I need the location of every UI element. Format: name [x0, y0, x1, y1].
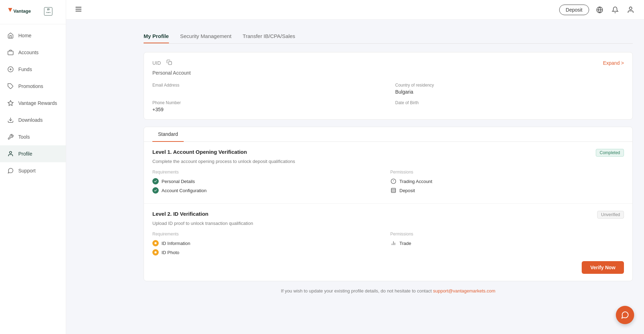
check-circle-config — [152, 187, 159, 194]
level2-header: Level 2. ID Verification Unverified — [152, 211, 624, 219]
phone-label: Phone Number — [152, 100, 381, 105]
level2-perm-title: Permissions — [390, 232, 624, 237]
svg-text:15: 15 — [47, 8, 50, 11]
sidebar-item-promotions-label: Promotions — [18, 83, 43, 89]
sidebar-item-vantage-rewards[interactable]: Vantage Rewards — [0, 95, 66, 112]
sidebar-item-tools[interactable]: Tools — [0, 128, 66, 145]
header: Deposit — [66, 0, 644, 20]
svg-marker-10 — [8, 101, 13, 106]
level2-section: Level 2. ID Verification Unverified Uplo… — [144, 204, 632, 281]
sidebar-item-support[interactable]: Support — [0, 162, 66, 179]
account-info-grid: Email Address Country of residency Bulga… — [152, 83, 624, 112]
dob-label: Date of Birth — [395, 100, 624, 105]
verification-card: Standard Level 1. Account Opening Verifi… — [144, 127, 633, 281]
uid-label: UID — [152, 60, 161, 66]
country-field: Country of residency Bulgaria — [395, 83, 624, 95]
trading-account-icon — [390, 178, 397, 184]
sidebar-nav: Home Accounts Funds Promotions Vantage R… — [0, 24, 66, 334]
sidebar-item-funds-label: Funds — [18, 67, 32, 72]
promotions-icon — [7, 83, 14, 90]
sidebar-item-downloads[interactable]: Downloads — [0, 112, 66, 128]
level2-status-badge: Unverified — [597, 211, 624, 219]
country-label: Country of residency — [395, 83, 624, 88]
sidebar-item-funds[interactable]: Funds — [0, 61, 66, 78]
req-account-config: Account Configuration — [152, 187, 386, 194]
copy-icon[interactable] — [166, 59, 172, 67]
profile-tabs: My Profile Security Management Transfer … — [144, 30, 633, 44]
sidebar-item-downloads-label: Downloads — [18, 117, 43, 123]
req-id-info: ID Information — [152, 240, 386, 246]
expand-link[interactable]: Expand > — [603, 60, 624, 66]
level2-req-perm: Requirements ID Information ID Photo — [152, 232, 624, 258]
req-personal-details-label: Personal Details — [162, 179, 195, 184]
footer-email[interactable]: support@vantagemarkets.com — [433, 288, 495, 294]
tab-security-management[interactable]: Security Management — [180, 30, 232, 43]
uid-left: UID — [152, 59, 172, 67]
tools-icon — [7, 133, 14, 140]
account-type: Personal Account — [152, 70, 624, 76]
hamburger-button[interactable] — [75, 5, 82, 14]
perm-trade: Trade — [390, 240, 624, 246]
svg-rect-5 — [8, 51, 13, 55]
sidebar-item-profile[interactable]: Profile — [0, 145, 66, 162]
check-circle-personal — [152, 178, 159, 184]
perm-trade-label: Trade — [399, 241, 411, 246]
profile-icon — [7, 150, 14, 157]
level1-header: Level 1. Account Opening Verification Co… — [152, 149, 624, 157]
level2-title: Level 2. ID Verification — [152, 211, 208, 217]
account-info-card: UID Expand > Personal Account Email Addr… — [144, 52, 633, 120]
level2-desc: Upload ID proof to unlock transaction qu… — [152, 221, 624, 226]
svg-rect-19 — [169, 62, 172, 65]
chat-fab-button[interactable] — [616, 306, 634, 324]
sidebar: Vantage 15 YEARS Home Accounts Funds — [0, 0, 66, 334]
sidebar-item-profile-label: Profile — [18, 151, 32, 157]
standard-tab[interactable]: Standard — [152, 127, 184, 142]
pending-circle-id-info — [152, 240, 159, 246]
footer-note: If you wish to update your existing prof… — [144, 288, 633, 294]
notifications-icon[interactable] — [610, 5, 620, 15]
verify-now-button[interactable]: Verify Now — [582, 261, 624, 274]
svg-rect-23 — [391, 188, 396, 193]
level1-requirements: Requirements Personal Details Account Co… — [152, 170, 386, 196]
email-field: Email Address — [152, 83, 381, 95]
user-avatar[interactable] — [626, 5, 636, 15]
country-value: Bulgaria — [395, 89, 624, 95]
perm-deposit-label: Deposit — [399, 188, 415, 193]
level2-permissions: Permissions Trade — [390, 232, 624, 258]
footer-note-text: If you wish to update your existing prof… — [281, 288, 433, 294]
tab-transfer-ib[interactable]: Transfer IB/CPA/Sales — [243, 30, 295, 43]
home-icon — [7, 32, 14, 39]
deposit-button[interactable]: Deposit — [559, 5, 589, 15]
svg-text:YEARS: YEARS — [46, 12, 51, 13]
accounts-icon — [7, 49, 14, 56]
level2-requirements: Requirements ID Information ID Photo — [152, 232, 386, 258]
dob-field: Date of Birth — [395, 100, 624, 112]
tab-my-profile[interactable]: My Profile — [144, 30, 169, 43]
req-id-photo-label: ID Photo — [162, 250, 179, 255]
level1-permissions: Permissions Trading Account Deposit — [390, 170, 624, 196]
sidebar-item-accounts-label: Accounts — [18, 50, 39, 55]
perm-trading-account: Trading Account — [390, 178, 624, 184]
uid-section: UID Expand > — [152, 59, 624, 67]
header-right: Deposit — [559, 5, 636, 15]
svg-marker-0 — [8, 8, 12, 12]
req-personal-details: Personal Details — [152, 178, 386, 184]
trade-icon — [390, 240, 397, 246]
phone-value: +359 — [152, 107, 381, 112]
level2-req-title: Requirements — [152, 232, 386, 237]
level1-req-perm: Requirements Personal Details Account Co… — [152, 170, 624, 196]
perm-trading-label: Trading Account — [399, 179, 432, 184]
svg-text:Vantage: Vantage — [13, 8, 31, 14]
level1-status-badge: Completed — [596, 149, 624, 157]
level1-section: Level 1. Account Opening Verification Co… — [144, 142, 632, 204]
sidebar-item-home[interactable]: Home — [0, 27, 66, 44]
level1-title: Level 1. Account Opening Verification — [152, 149, 247, 155]
req-id-info-label: ID Information — [162, 241, 190, 246]
sidebar-item-accounts[interactable]: Accounts — [0, 44, 66, 61]
main-content: My Profile Security Management Transfer … — [132, 20, 644, 334]
email-label: Email Address — [152, 83, 381, 88]
level1-req-title: Requirements — [152, 170, 386, 175]
sidebar-item-promotions[interactable]: Promotions — [0, 78, 66, 95]
req-id-photo: ID Photo — [152, 249, 386, 256]
globe-icon[interactable] — [595, 5, 605, 15]
